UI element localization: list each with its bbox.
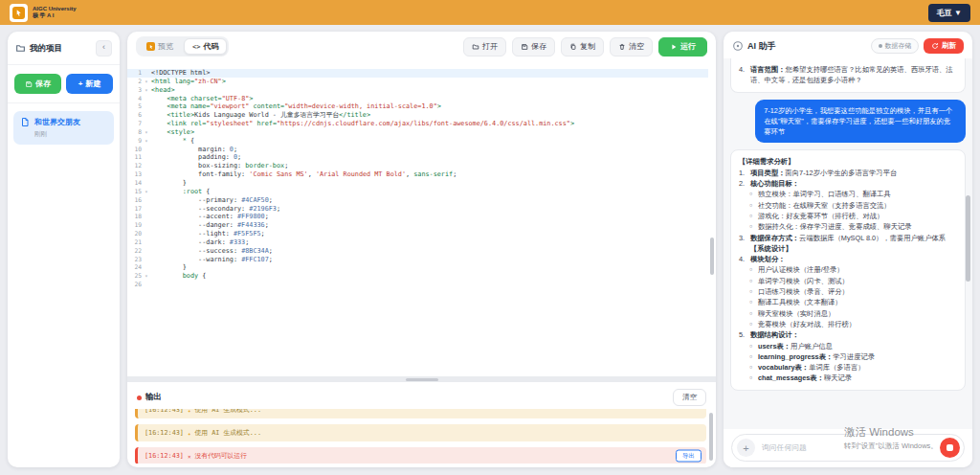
open-button[interactable]: 打开 — [463, 37, 506, 57]
new-project-button[interactable]: + 新建 — [66, 74, 113, 94]
tab-code[interactable]: <> 代码 — [184, 38, 227, 55]
view-tabs: 预览 <> 代码 — [136, 36, 229, 57]
sidebar-header: 我的项目 ‹ — [8, 32, 120, 65]
collapse-sidebar-button[interactable]: ‹ — [96, 40, 112, 57]
code-line: 1<!DOCTYPE html> — [127, 69, 708, 78]
output-log-list: [16:12:43]✦使用 AI 生成模式...[16:12:43]✦使用 AI… — [135, 409, 706, 464]
user-message: 7-12岁的小学生，我想要这些功能是独立的模块，并且有一个在线"聊天室"，需要保… — [755, 100, 966, 144]
sidebar-actions: 保存 + 新建 — [8, 65, 120, 103]
save-icon — [521, 43, 528, 51]
editor-scrollbar[interactable] — [710, 238, 714, 275]
code-line: 20 --light: #F5F5F5; — [127, 230, 708, 238]
export-button[interactable]: 导出 — [676, 450, 702, 463]
brand-name: AIGC University — [33, 6, 77, 12]
error-icon: × — [188, 453, 191, 460]
output-header: 输出 清空 — [127, 382, 716, 410]
code-line: 25▾ body { — [127, 272, 708, 281]
stop-icon — [947, 444, 953, 451]
code-line: 24 } — [127, 263, 708, 272]
save-button[interactable]: 保存 — [512, 37, 555, 57]
chat-history[interactable]: 4.语言范围：您希望支持哪些语言？比如常见的英语、西班牙语、法语、中文等，还是包… — [724, 58, 972, 429]
log-entry: [16:12:43]×没有代码可以运行导出 — [135, 447, 706, 464]
output-clear-button[interactable]: 清空 — [673, 389, 706, 406]
chat-input-placeholder: 询问任何问题 — [762, 442, 807, 453]
clear-button[interactable]: 清空 — [610, 37, 653, 57]
sparkle-icon: ✦ — [188, 430, 191, 437]
save-icon — [25, 80, 33, 88]
status-dot-icon — [879, 44, 882, 48]
code-line: 23 --warning: #FFC107; — [127, 256, 708, 264]
ai-assistant-panel: AI 助手 数据存储 刷新 4.语言范围：您希望支持哪些语言？比如常见的英语、西… — [724, 32, 972, 467]
cursor-icon — [14, 9, 23, 17]
editor-toolbar: 预览 <> 代码 打开保存复制清空运行 — [127, 32, 716, 60]
stop-button[interactable] — [940, 438, 960, 458]
code-line: 13 font-family: 'Comic Sans MS', 'Arial … — [127, 170, 708, 179]
code-line: 3▾<head> — [127, 86, 708, 95]
project-item[interactable]: 和世界交朋友 刚刚 — [13, 111, 114, 145]
project-time: 刚刚 — [34, 130, 80, 139]
copy-button[interactable]: 复制 — [561, 37, 604, 57]
editor-panel: 预览 <> 代码 打开保存复制清空运行 1<!DOCTYPE html>2▾<h… — [127, 32, 716, 467]
code-icon: <> — [192, 43, 200, 51]
chat-scrollbar[interactable] — [966, 195, 970, 282]
user-menu-button[interactable]: 毛豆 ▼ — [928, 4, 970, 22]
refresh-button[interactable]: 刷新 — [924, 38, 964, 54]
plus-icon: + — [78, 79, 83, 88]
open-icon — [472, 43, 479, 51]
code-line: 18 --accent: #FF9800; — [127, 213, 708, 221]
ai-title: AI 助手 — [747, 40, 776, 53]
topbar: AIGC University 极学AI 毛豆 ▼ — [0, 0, 980, 25]
editor-actions: 打开保存复制清空运行 — [463, 37, 707, 57]
chat-input-bar: + 询问任何问题 — [724, 429, 972, 467]
code-line: 22 --success: #8BC34A; — [127, 247, 708, 256]
clear-icon — [618, 43, 626, 51]
output-panel: 输出 清空 [16:12:43]✦使用 AI 生成模式...[16:12:43]… — [127, 382, 716, 467]
data-storage-badge[interactable]: 数据存储 — [871, 38, 919, 54]
assistant-icon — [732, 40, 744, 52]
log-entry: [16:12:43]✦使用 AI 生成模式... — [135, 409, 706, 418]
ai-header: AI 助手 数据存储 刷新 — [724, 32, 972, 61]
code-line: 7 <link rel="stylesheet" href="https://c… — [127, 120, 708, 128]
code-line: 14 } — [127, 179, 708, 188]
run-icon — [670, 43, 678, 51]
code-line: 9▾ * { — [127, 137, 708, 146]
code-line: 19 --danger: #F44336; — [127, 221, 708, 230]
chat-input[interactable]: + 询问任何问题 — [731, 434, 965, 462]
folder-icon — [15, 43, 26, 54]
tab-preview[interactable]: 预览 — [138, 38, 182, 55]
splitter-grip — [406, 378, 438, 381]
run-button[interactable]: 运行 — [658, 37, 707, 57]
code-line: 4 <meta charset="UTF-8"> — [127, 95, 708, 103]
ai-message: 【详细需求分析】1.项目类型：面向7-12岁小学生的多语言学习平台2.核心功能目… — [730, 149, 966, 390]
preview-tab-icon — [146, 42, 155, 51]
sparkle-icon: ✦ — [188, 409, 191, 414]
code-line: 15▾ :root { — [127, 188, 708, 196]
copy-icon — [569, 43, 577, 51]
code-line: 8▾ <style> — [127, 128, 708, 137]
output-title: 输出 — [145, 392, 162, 403]
log-entry: [16:12:43]✦使用 AI 生成模式... — [135, 424, 706, 441]
code-line: 21 --dark: #333; — [127, 238, 708, 247]
code-editor[interactable]: 1<!DOCTYPE html>2▾<html lang="zh-CN">3▾<… — [127, 60, 708, 385]
code-line: 6 <title>Kids Language World - 儿童多语言学习平台… — [127, 111, 708, 120]
ai-message: 4.语言范围：您希望支持哪些语言？比如常见的英语、西班牙语、法语、中文等，还是包… — [730, 58, 966, 93]
save-project-button[interactable]: 保存 — [14, 74, 61, 94]
brand-logo[interactable]: AIGC University 极学AI — [10, 4, 77, 22]
output-scrollbar[interactable] — [709, 413, 713, 461]
attach-button[interactable]: + — [737, 439, 755, 457]
code-line: 5 <meta name="viewport" content="width=d… — [127, 102, 708, 111]
project-name: 和世界交朋友 — [34, 117, 80, 127]
code-line: 12 box-sizing: border-box; — [127, 162, 708, 170]
brand-subname: 极学AI — [33, 12, 77, 19]
brand-logo-icon — [10, 4, 28, 22]
code-line: 16 --primary: #4CAF50; — [127, 196, 708, 205]
sidebar-title: 我的项目 — [30, 43, 62, 55]
file-icon — [20, 117, 30, 127]
code-line: 2▾<html lang="zh-CN"> — [127, 78, 708, 86]
refresh-icon — [931, 42, 939, 50]
code-line: 10 margin: 0; — [127, 146, 708, 154]
projects-sidebar: 我的项目 ‹ 保存 + 新建 和世界交朋友 刚刚 — [8, 32, 120, 467]
code-line: 11 padding: 0; — [127, 153, 708, 162]
output-status-dot — [137, 396, 142, 400]
code-line: 17 --secondary: #2196F3; — [127, 205, 708, 214]
